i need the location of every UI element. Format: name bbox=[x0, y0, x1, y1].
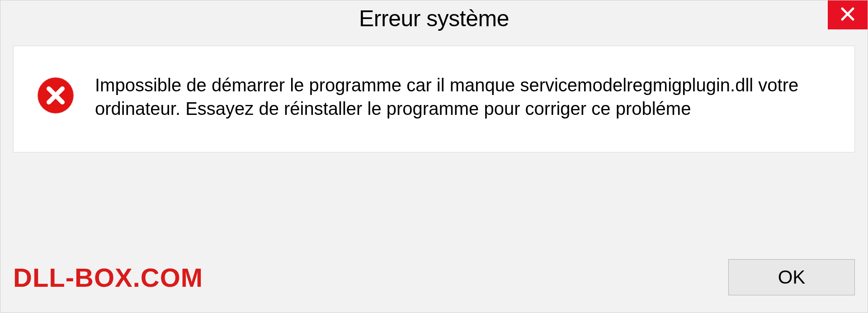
dialog-footer: DLL-BOX.COM OK bbox=[13, 259, 855, 295]
message-panel: Impossible de démarrer le programme car … bbox=[13, 46, 855, 152]
dialog-title: Erreur système bbox=[359, 5, 509, 32]
error-message: Impossible de démarrer le programme car … bbox=[95, 73, 832, 120]
titlebar: Erreur système bbox=[0, 0, 868, 37]
watermark-text: DLL-BOX.COM bbox=[13, 262, 203, 293]
close-icon bbox=[840, 6, 856, 24]
error-dialog: Erreur système Impossible de démarrer le… bbox=[0, 0, 868, 313]
error-icon bbox=[36, 76, 75, 115]
ok-button[interactable]: OK bbox=[728, 259, 855, 295]
close-button[interactable] bbox=[828, 0, 868, 29]
